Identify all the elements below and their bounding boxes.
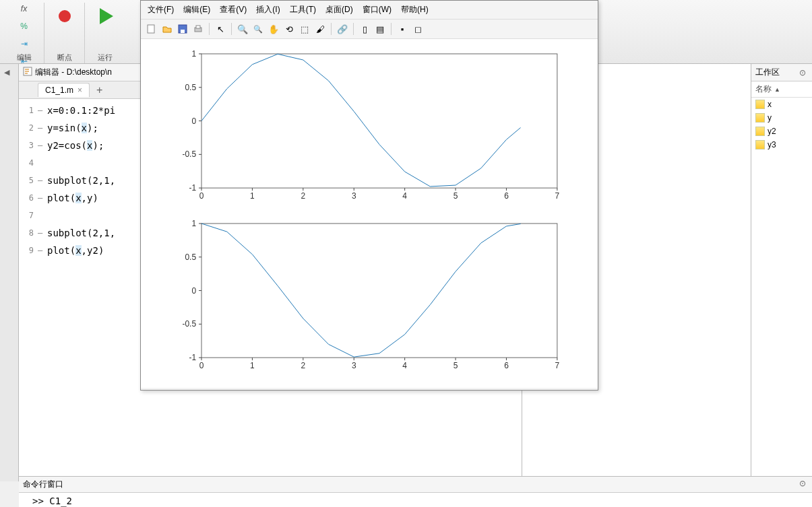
- toolgroup-label: 断点: [44, 53, 84, 63]
- panel-menu-icon[interactable]: ⊙: [797, 479, 808, 488]
- figure-menu-item[interactable]: 文件(F): [148, 4, 174, 15]
- print-icon[interactable]: [191, 22, 205, 36]
- svg-text:-1: -1: [189, 183, 196, 193]
- svg-rect-8: [201, 54, 557, 188]
- workspace-variable[interactable]: x: [751, 98, 812, 111]
- figure-axes-area: 01234567-1-0.500.51 01234567-1-0.500.51: [141, 39, 598, 388]
- tab-close-icon[interactable]: ×: [77, 86, 82, 95]
- figure-menu-item[interactable]: 桌面(D): [325, 4, 353, 15]
- workspace-variable[interactable]: y3: [751, 138, 812, 151]
- workspace-variable[interactable]: y2: [751, 125, 812, 138]
- svg-rect-3: [148, 25, 154, 33]
- variable-icon: [755, 140, 765, 149]
- svg-text:4: 4: [402, 191, 407, 201]
- svg-text:0: 0: [199, 191, 204, 201]
- subplot-1[interactable]: 01234567-1-0.500.51: [154, 47, 584, 208]
- datacursor-icon[interactable]: ⬚: [298, 22, 311, 36]
- line-number: 6: [19, 193, 38, 203]
- toolgroup-label: 编辑: [4, 53, 44, 63]
- line-number: 9: [19, 246, 38, 255]
- svg-text:0: 0: [191, 116, 196, 126]
- line-number: 8: [19, 228, 38, 238]
- fold-dash: —: [38, 176, 47, 185]
- svg-text:-0.5: -0.5: [182, 319, 196, 329]
- svg-text:1: 1: [191, 219, 196, 228]
- dock-icon[interactable]: ◻: [411, 22, 425, 36]
- hide-tools-icon[interactable]: ▪: [396, 22, 409, 36]
- tab-label: C1_1.m: [45, 86, 73, 95]
- brush-icon[interactable]: 🖌: [313, 22, 327, 36]
- svg-text:5: 5: [454, 361, 458, 370]
- variable-name: y2: [768, 127, 776, 136]
- code-text: subplot(2,1,: [47, 228, 115, 238]
- fold-dash: —: [38, 228, 47, 238]
- toolgroup-breakpoint: 断点: [44, 3, 85, 63]
- svg-text:2: 2: [301, 191, 306, 201]
- collapse-handle[interactable]: ◀: [0, 64, 14, 81]
- svg-text:3: 3: [352, 361, 356, 370]
- svg-marker-1: [100, 8, 113, 24]
- link-icon[interactable]: 🔗: [336, 22, 349, 36]
- figure-menu-item[interactable]: 窗口(W): [363, 4, 392, 15]
- code-text: y2=cos(x);: [47, 140, 104, 151]
- line-number: 4: [19, 158, 38, 168]
- indent-icon[interactable]: ⇥: [17, 39, 32, 54]
- workspace-header[interactable]: 名称 ▲: [751, 81, 812, 98]
- code-text: y=sin(x);: [47, 123, 98, 133]
- figure-menubar: 文件(F)编辑(E)查看(V)插入(I)工具(T)桌面(D)窗口(W)帮助(H): [141, 1, 598, 19]
- workspace-titlebar: 工作区 ⊙: [751, 64, 812, 81]
- add-tab-button[interactable]: +: [92, 84, 106, 96]
- svg-rect-7: [196, 26, 200, 28]
- svg-text:0: 0: [199, 361, 204, 370]
- editor-tab[interactable]: C1_1.m ×: [38, 83, 90, 97]
- variable-name: y3: [768, 140, 776, 149]
- rotate-icon[interactable]: ⟲: [282, 22, 296, 36]
- legend-icon[interactable]: ▤: [373, 22, 387, 36]
- colorbar-icon[interactable]: ▯: [358, 22, 371, 36]
- variable-icon: [755, 113, 765, 123]
- command-text: C1_2: [49, 496, 72, 506]
- command-input[interactable]: >> C1_2: [19, 493, 812, 507]
- save-icon[interactable]: [176, 22, 189, 36]
- svg-text:4: 4: [402, 361, 407, 370]
- command-title: 命令行窗口: [23, 479, 63, 490]
- workspace-panel: 工作区 ⊙ 名称 ▲ xyy2y3: [751, 64, 812, 481]
- toolgroup-label: 运行: [85, 53, 125, 63]
- svg-text:-1: -1: [189, 353, 196, 362]
- left-gutter: ◀: [0, 64, 19, 481]
- svg-text:0: 0: [191, 285, 196, 295]
- workspace-list: xyy2y3: [751, 98, 812, 151]
- open-icon[interactable]: [160, 22, 174, 36]
- figure-menu-item[interactable]: 查看(V): [220, 4, 247, 15]
- editor-title: 编辑器 - D:\desktop\n: [35, 67, 112, 78]
- new-figure-icon[interactable]: [145, 22, 158, 36]
- figure-menu-item[interactable]: 编辑(E): [183, 4, 210, 15]
- breakpoint-button[interactable]: [51, 4, 78, 38]
- subplot-2[interactable]: 01234567-1-0.500.51: [154, 217, 584, 378]
- svg-text:7: 7: [555, 191, 560, 201]
- variable-name: x: [768, 100, 772, 109]
- svg-point-0: [59, 10, 71, 22]
- workspace-header-label: 名称: [755, 83, 772, 95]
- pan-icon[interactable]: ✋: [267, 22, 280, 36]
- workspace-title: 工作区: [755, 67, 780, 78]
- figure-menu-item[interactable]: 帮助(H): [401, 4, 429, 15]
- variable-icon: [755, 127, 765, 136]
- workspace-variable[interactable]: y: [751, 111, 812, 125]
- comment-icon[interactable]: %: [17, 22, 32, 36]
- svg-text:1: 1: [191, 49, 196, 59]
- svg-text:5: 5: [454, 191, 458, 201]
- zoom-in-icon[interactable]: 🔍: [236, 22, 249, 36]
- figure-menu-item[interactable]: 插入(I): [256, 4, 280, 15]
- fx-icon[interactable]: fx: [17, 4, 32, 19]
- figure-menu-item[interactable]: 工具(T): [290, 4, 316, 15]
- command-titlebar: 命令行窗口 ⊙: [19, 477, 812, 493]
- zoom-out-icon[interactable]: 🔍: [251, 22, 265, 36]
- fold-dash: —: [38, 123, 47, 133]
- run-button[interactable]: [92, 4, 119, 38]
- prompt: >>: [32, 496, 49, 506]
- figure-window: 文件(F)编辑(E)查看(V)插入(I)工具(T)桌面(D)窗口(W)帮助(H)…: [140, 0, 598, 391]
- panel-menu-icon[interactable]: ⊙: [797, 68, 808, 77]
- pointer-icon[interactable]: ↖: [214, 22, 227, 36]
- variable-icon: [755, 100, 765, 109]
